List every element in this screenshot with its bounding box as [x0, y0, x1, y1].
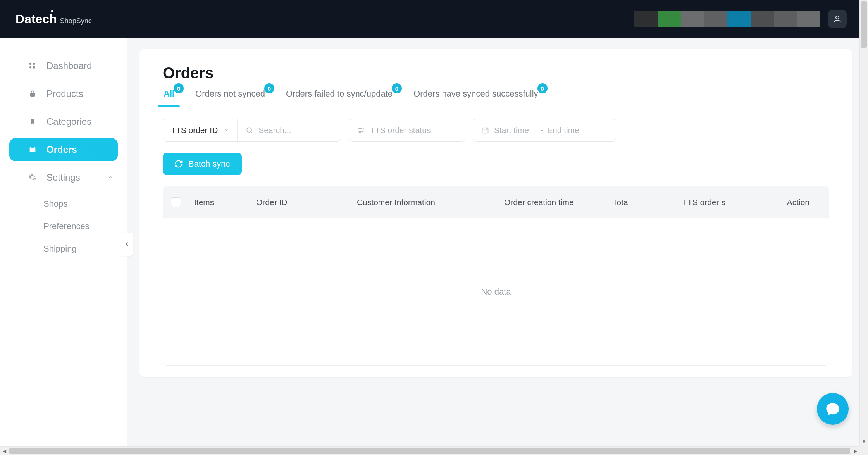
tab-badge: 0	[264, 83, 274, 93]
date-range[interactable]: -	[473, 119, 616, 142]
svg-point-3	[29, 66, 32, 69]
svg-point-1	[29, 63, 32, 65]
sidebar-item-label: Settings	[46, 172, 80, 183]
tab-badge: 0	[174, 83, 184, 93]
chevron-left-icon	[124, 240, 130, 248]
tab-label: Orders not synced	[195, 89, 265, 98]
sidebar-item-label: Products	[46, 88, 83, 99]
grid-icon	[28, 61, 37, 71]
chevron-down-icon	[223, 126, 229, 135]
vertical-scroll-thumb[interactable]	[861, 1, 867, 48]
tab-synced[interactable]: Orders have synced successfully 0	[413, 89, 539, 107]
sidebar-sub-shipping[interactable]: Shipping	[0, 239, 127, 259]
svg-rect-4	[33, 66, 35, 69]
main-panel: Orders All 0 Orders not synced 0 Orders …	[140, 49, 852, 377]
bookmark-icon	[28, 117, 37, 126]
sidebar-item-settings[interactable]: Settings	[9, 166, 118, 189]
app-header: Datech ShopSync	[0, 0, 862, 38]
batch-sync-label: Batch sync	[188, 159, 230, 169]
app-tile	[658, 11, 681, 27]
sidebar-item-label: Categories	[46, 116, 91, 127]
sidebar-sub-label: Shops	[43, 199, 67, 209]
id-type-dropdown[interactable]: TTS order ID	[163, 119, 238, 141]
col-action: Action	[737, 198, 821, 207]
calendar-icon	[481, 126, 489, 134]
app-tile	[681, 11, 704, 27]
header-apps-strip	[634, 11, 820, 27]
status-filter[interactable]: TTS order status	[349, 119, 465, 142]
svg-point-9	[359, 131, 360, 133]
sidebar-item-orders[interactable]: Orders	[9, 138, 118, 161]
sidebar-item-label: Dashboard	[46, 60, 92, 71]
scroll-right-arrow-icon[interactable]: ▶	[851, 447, 859, 455]
batch-sync-button[interactable]: Batch sync	[163, 153, 242, 175]
svg-rect-6	[31, 146, 34, 148]
col-created: Order creation time	[500, 198, 609, 207]
scroll-down-arrow-icon[interactable]: ▼	[860, 437, 868, 446]
vertical-scrollbar[interactable]: ▲ ▼	[859, 0, 868, 446]
gear-icon	[28, 173, 37, 182]
chevron-up-icon	[107, 172, 114, 183]
sidebar-item-dashboard[interactable]: Dashboard	[9, 54, 118, 78]
col-total: Total	[609, 198, 679, 207]
brand-sub: ShopSync	[60, 17, 92, 25]
tab-all[interactable]: All 0	[163, 89, 175, 107]
svg-point-2	[33, 63, 35, 65]
tab-badge: 0	[392, 83, 402, 93]
sidebar-item-categories[interactable]: Categories	[9, 110, 118, 133]
tab-label: Orders failed to sync/update	[286, 89, 393, 98]
svg-point-8	[362, 128, 363, 129]
horizontal-scrollbar[interactable]: ◀ ▶	[0, 446, 859, 455]
select-all-wrap	[171, 197, 190, 207]
app-tile	[704, 11, 727, 27]
svg-point-0	[836, 16, 839, 19]
col-customer: Customer Information	[353, 198, 500, 207]
col-items: Items	[190, 198, 252, 207]
sidebar-sub-preferences[interactable]: Preferences	[0, 216, 127, 236]
search-group: TTS order ID	[163, 119, 341, 142]
tab-not-synced[interactable]: Orders not synced 0	[195, 89, 266, 107]
brand-dot-icon	[51, 10, 53, 12]
tab-failed[interactable]: Orders failed to sync/update 0	[285, 89, 393, 107]
filter-row: TTS order ID TTS order status	[163, 119, 829, 142]
chat-icon	[825, 401, 840, 417]
app-tile	[797, 11, 820, 27]
search-input[interactable]	[258, 126, 317, 135]
orders-table: Items Order ID Customer Information Orde…	[163, 186, 829, 366]
id-type-value: TTS order ID	[171, 126, 218, 135]
app-tile	[751, 11, 774, 27]
svg-rect-5	[30, 147, 36, 152]
chat-widget-button[interactable]	[817, 393, 849, 425]
app-tile	[634, 11, 658, 27]
scroll-left-arrow-icon[interactable]: ◀	[0, 447, 9, 455]
range-separator: -	[537, 126, 547, 135]
sidebar-item-products[interactable]: Products	[9, 82, 118, 105]
brand-main: Datech	[16, 12, 57, 26]
sidebar-sub-label: Shipping	[43, 244, 77, 254]
tab-label: Orders have synced successfully	[413, 89, 538, 98]
brand-logo[interactable]: Datech ShopSync	[16, 12, 92, 26]
profile-button[interactable]	[828, 10, 847, 28]
basket-icon	[28, 89, 37, 98]
col-order-id: Order ID	[252, 198, 353, 207]
sidebar-item-label: Orders	[46, 144, 77, 155]
start-time-input[interactable]	[494, 126, 537, 135]
status-placeholder: TTS order status	[370, 126, 431, 135]
search-icon	[245, 126, 254, 134]
order-tabs: All 0 Orders not synced 0 Orders failed …	[163, 89, 829, 107]
sliders-icon	[357, 126, 365, 134]
table-body: No data	[163, 218, 829, 365]
table-header: Items Order ID Customer Information Orde…	[163, 186, 829, 218]
scroll-corner	[859, 446, 868, 455]
sidebar-sub-shops[interactable]: Shops	[0, 194, 127, 214]
sidebar-collapse-button[interactable]	[121, 233, 133, 256]
horizontal-scroll-thumb[interactable]	[9, 448, 850, 454]
sidebar-sub-label: Preferences	[43, 221, 90, 231]
end-time-input[interactable]	[547, 126, 590, 135]
user-icon	[833, 14, 842, 24]
tab-badge: 0	[537, 83, 548, 93]
search-field-wrap	[238, 119, 341, 141]
select-all-checkbox[interactable]	[171, 197, 181, 207]
app-tile	[774, 11, 797, 27]
page-title: Orders	[163, 64, 829, 82]
